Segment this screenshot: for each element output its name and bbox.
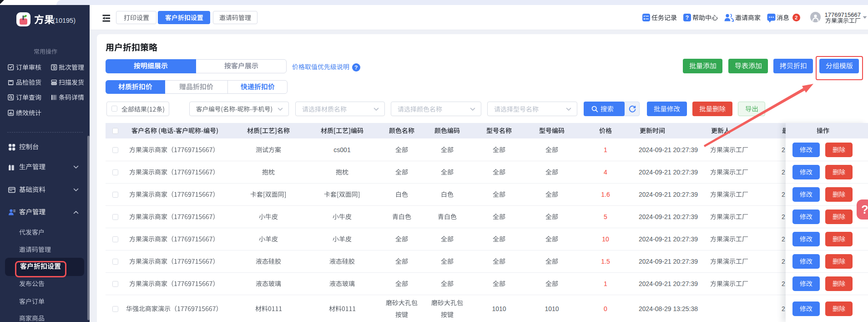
svg-text:?: ? bbox=[686, 15, 689, 21]
